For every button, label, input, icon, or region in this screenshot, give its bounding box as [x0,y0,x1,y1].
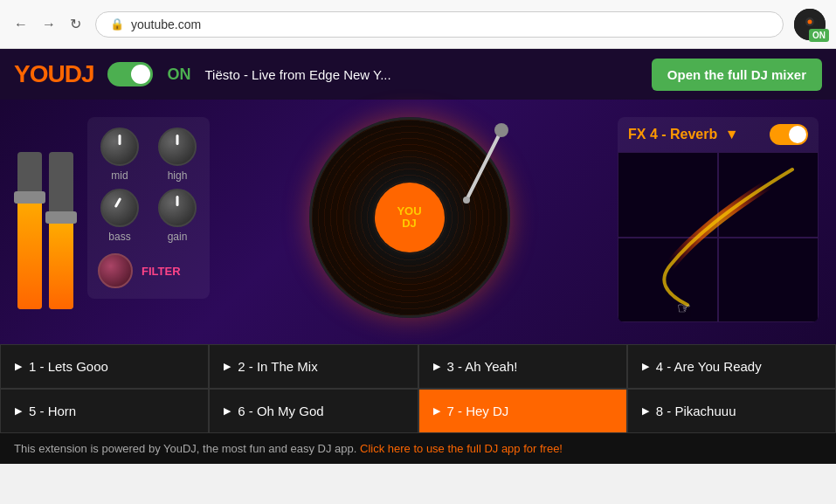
high-knob[interactable] [158,128,197,166]
fx-canvas[interactable]: ☞ [618,152,819,322]
fader-handle-right[interactable] [45,211,77,224]
fx-toggle-knob [789,126,806,143]
mid-knob[interactable] [100,128,139,166]
tonearm-svg [440,121,519,217]
play-icon: ▶ [433,361,440,372]
play-icon: ▶ [224,361,231,372]
track-item-5[interactable]: ▶5 - Horn [0,389,209,433]
track-item-1[interactable]: ▶1 - Lets Gooo [0,344,209,389]
faders-panel [17,117,73,309]
bass-knob[interactable] [100,189,139,227]
track-label: 7 - Hey DJ [447,404,509,418]
fx-header: FX 4 - Reverb ▼ [618,117,819,152]
gain-label: gain [168,231,188,243]
play-icon: ▶ [642,361,649,372]
knob-group-gain: gain [155,189,199,243]
svg-point-4 [494,123,508,137]
knob-group-high: high [155,128,199,182]
forward-button[interactable]: → [38,13,59,36]
browser-bar: ← → ↻ 🔒 youtube.com ON [0,0,836,49]
high-label: high [168,169,188,182]
footer-text: This extension is powered by YouDJ, the … [14,442,356,455]
toggle-knob [131,65,150,84]
track-label: 4 - Are You Ready [656,359,762,374]
filter-knob[interactable] [98,253,133,288]
track-label: 8 - Pikachuuu [656,404,736,418]
play-icon: ▶ [433,405,440,417]
fx-chevron-icon[interactable]: ▼ [725,127,739,142]
play-icon: ▶ [15,361,22,372]
track-item-8[interactable]: ▶8 - Pikachuuu [627,389,836,433]
svg-text:☞: ☞ [677,300,691,317]
mid-label: mid [111,169,128,182]
knob-group-mid: mid [98,128,142,182]
mixer-area: mid high bass gain FILTER YOUDJ [0,100,836,344]
on-label: ON [167,66,190,84]
track-item-2[interactable]: ▶2 - In The Mix [209,344,418,389]
youdj-header: YOUDJ ON Tiësto - Live from Edge New Y..… [0,49,836,100]
fader-left [17,152,42,309]
fader-fill-right [49,223,73,309]
knobs-panel: mid high bass gain FILTER [87,117,210,299]
current-track-name: Tiësto - Live from Edge New Y... [204,67,637,82]
track-label: 6 - Oh My God [238,404,323,418]
play-icon: ▶ [15,405,22,417]
reload-button[interactable]: ↻ [66,12,85,36]
footer: This extension is powered by YouDJ, the … [0,433,836,464]
track-item-6[interactable]: ▶6 - Oh My God [209,389,418,433]
svg-point-2 [808,19,812,24]
bass-label: bass [108,231,130,243]
record-label: YOUDJ [375,183,445,252]
youdj-logo: YOUDJ [14,60,93,88]
lock-icon: 🔒 [110,17,124,31]
fx-swipe-visual: ☞ [618,152,819,322]
back-button[interactable]: ← [10,13,31,36]
fader-track-right[interactable] [49,152,73,309]
open-mixer-button[interactable]: Open the full DJ mixer [652,59,822,91]
on-badge: ON [809,29,829,42]
url-text: youtube.com [131,17,201,31]
track-label: 2 - In The Mix [238,359,317,374]
knob-group-bass: bass [98,189,142,243]
fader-fill-left [17,199,42,309]
turntable[interactable]: YOUDJ [309,117,519,327]
track-item-3[interactable]: ▶3 - Ah Yeah! [418,344,627,389]
svg-line-3 [466,130,501,200]
logo-dj: DJ [65,60,94,87]
track-item-7[interactable]: ▶7 - Hey DJ [418,389,627,433]
fader-handle-left[interactable] [14,191,45,204]
fader-right [49,152,73,309]
play-icon: ▶ [642,405,649,417]
track-list: ▶1 - Lets Gooo▶2 - In The Mix▶3 - Ah Yea… [0,344,836,433]
track-label: 1 - Lets Gooo [29,359,108,374]
fx-panel: FX 4 - Reverb ▼ [618,117,819,322]
track-label: 5 - Horn [29,404,76,418]
fx-toggle[interactable] [770,124,808,145]
fx-title: FX 4 - Reverb ▼ [628,127,739,142]
fx-title-text: FX 4 - Reverb [628,127,717,142]
filter-label: FILTER [142,265,181,278]
power-toggle[interactable] [107,62,153,86]
filter-row: FILTER [98,253,199,288]
play-icon: ▶ [224,405,231,417]
footer-link[interactable]: Click here to use the full DJ app for fr… [360,442,563,455]
address-bar[interactable]: 🔒 youtube.com [95,11,784,38]
turntable-area: YOUDJ [224,117,604,327]
track-label: 3 - Ah Yeah! [447,359,518,374]
svg-point-5 [463,197,470,204]
gain-knob[interactable] [158,189,197,227]
fader-track-left[interactable] [17,152,42,309]
nav-buttons: ← → ↻ [10,12,85,36]
logo-you: YOU [14,60,65,87]
record-label-text: YOUDJ [397,205,421,231]
extension-badge: ON [794,9,826,40]
track-item-4[interactable]: ▶4 - Are You Ready [627,344,836,389]
